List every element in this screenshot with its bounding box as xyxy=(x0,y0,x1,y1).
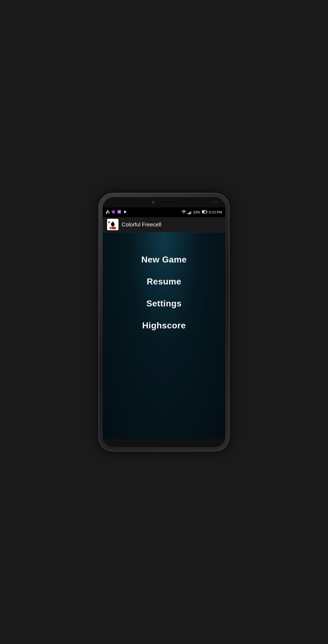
resume-button[interactable]: Resume xyxy=(103,271,225,293)
status-left-icons: W xyxy=(106,210,127,215)
phone-bottom-hardware xyxy=(103,439,225,447)
highscore-button[interactable]: Highscore xyxy=(103,315,225,337)
svg-rect-4 xyxy=(109,212,109,213)
indicator-dot xyxy=(213,201,215,203)
svg-text:♛: ♛ xyxy=(110,227,112,229)
status-right-icons: 33% 6:23 PM xyxy=(182,210,222,214)
usb-icon xyxy=(106,210,110,215)
svg-rect-5 xyxy=(106,212,107,213)
svg-text:W: W xyxy=(118,210,121,213)
front-camera xyxy=(152,201,155,204)
indicator-dot xyxy=(216,201,217,203)
wifi-icon xyxy=(182,210,186,214)
svg-marker-6 xyxy=(107,210,108,211)
svg-text:K: K xyxy=(108,220,111,224)
battery-icon xyxy=(202,210,207,214)
play-icon xyxy=(123,210,127,214)
new-game-button[interactable]: New Game xyxy=(103,249,225,271)
word-app-icon: W xyxy=(117,210,121,214)
status-time: 6:23 PM xyxy=(209,210,222,214)
app-title: Colorful Freecell xyxy=(122,222,161,228)
earpiece-speaker xyxy=(160,201,176,204)
shield-icon xyxy=(112,210,115,215)
status-bar: W xyxy=(103,207,225,217)
phone-device: W xyxy=(99,193,229,451)
battery-percent: 33% xyxy=(193,210,200,214)
phone-top-hardware xyxy=(103,197,225,207)
svg-rect-11 xyxy=(207,211,207,213)
settings-button[interactable]: Settings xyxy=(103,293,225,315)
phone-screen: W xyxy=(103,197,225,447)
main-menu: New Game Resume Settings Highscore xyxy=(103,232,225,439)
svg-marker-9 xyxy=(124,210,127,213)
signal-strength-icon xyxy=(188,210,192,214)
svg-rect-1 xyxy=(107,212,109,212)
app-icon: K ♛ xyxy=(107,219,118,230)
app-toolbar: K ♛ Colorful Freecell xyxy=(103,217,225,232)
